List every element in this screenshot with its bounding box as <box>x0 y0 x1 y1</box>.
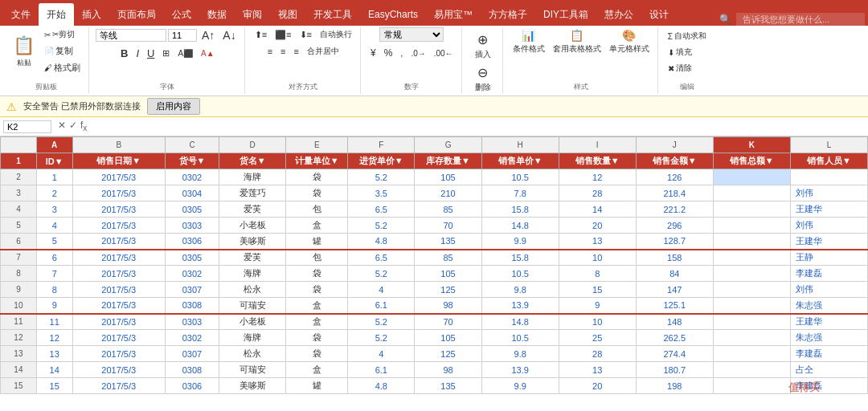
cell-r3-c3[interactable]: 爱莲巧 <box>219 185 286 201</box>
percent-button[interactable]: % <box>381 46 396 60</box>
cell-r10-c1[interactable]: 2017/5/3 <box>72 298 165 314</box>
cell-r13-c7[interactable]: 9.8 <box>481 346 559 362</box>
cell-r12-c5[interactable]: 5.2 <box>348 330 415 346</box>
cell-r9-c0[interactable]: 8 <box>36 282 72 298</box>
table-format-button[interactable]: 📋 套用表格格式 <box>550 27 604 69</box>
cell-r11-c5[interactable]: 5.2 <box>348 314 415 330</box>
cell-r8-c9[interactable]: 84 <box>636 266 713 282</box>
conditional-format-button[interactable]: 📊 条件格式 <box>510 27 548 69</box>
col-header-A[interactable]: A <box>36 137 72 153</box>
cell-r8-c6[interactable]: 105 <box>415 266 481 282</box>
tab-view[interactable]: 视图 <box>270 3 305 26</box>
tab-home[interactable]: 开始 <box>39 3 74 26</box>
cell-r12-c9[interactable]: 262.5 <box>636 330 713 346</box>
cell-r2-c0[interactable]: 1 <box>36 169 72 185</box>
cell-r11-c6[interactable]: 70 <box>415 314 481 330</box>
cell-r11-c7[interactable]: 14.8 <box>481 314 559 330</box>
cell-r14-c10[interactable] <box>713 362 790 378</box>
cell-r15-c2[interactable]: 0306 <box>165 378 219 394</box>
cell-r14-c0[interactable]: 14 <box>36 362 72 378</box>
cell-r2-c2[interactable]: 0302 <box>165 169 219 185</box>
cell-r12-c10[interactable] <box>713 330 790 346</box>
cell-r15-c5[interactable]: 4.8 <box>348 378 415 394</box>
cell-r15-c9[interactable]: 198 <box>636 378 713 394</box>
cell-r6-c1[interactable]: 2017/5/3 <box>72 234 165 250</box>
cell-r8-c8[interactable]: 8 <box>559 266 636 282</box>
cell-r3-c6[interactable]: 210 <box>415 185 481 201</box>
col-header-L[interactable]: L <box>790 137 867 153</box>
cell-r4-c1[interactable]: 2017/5/3 <box>72 201 165 218</box>
cell-r8-c3[interactable]: 海牌 <box>219 266 286 282</box>
cell-r8-c2[interactable]: 0302 <box>165 266 219 282</box>
col-header-G[interactable]: G <box>415 137 481 153</box>
delete-button[interactable]: ⊖ 删除 <box>469 63 497 95</box>
tab-file[interactable]: 文件 <box>3 3 39 26</box>
cell-r14-c5[interactable]: 6.1 <box>348 362 415 378</box>
cell-r8-c11[interactable]: 李建磊 <box>790 266 867 282</box>
cell-r13-c1[interactable]: 2017/5/3 <box>72 346 165 362</box>
cell-r10-c6[interactable]: 98 <box>415 298 481 314</box>
cell-r4-c0[interactable]: 3 <box>36 201 72 218</box>
tab-diy[interactable]: DIY工具箱 <box>535 3 596 26</box>
cell-r2-c4[interactable]: 袋 <box>286 169 348 185</box>
tab-design[interactable]: 设计 <box>641 3 677 26</box>
cell-r6-c4[interactable]: 罐 <box>286 234 348 250</box>
cell-r10-c0[interactable]: 9 <box>36 298 72 314</box>
increase-font-button[interactable]: A↑ <box>199 27 218 43</box>
cell-r5-c2[interactable]: 0303 <box>165 218 219 234</box>
format-painter-button[interactable]: 🖌 格式刷 <box>41 60 84 75</box>
cell-reference-input[interactable] <box>3 120 51 133</box>
cell-r8-c0[interactable]: 7 <box>36 266 72 282</box>
cell-r2-c1[interactable]: 2017/5/3 <box>72 169 165 185</box>
cell-r10-c9[interactable]: 125.1 <box>636 298 713 314</box>
cell-r2-c8[interactable]: 12 <box>559 169 636 185</box>
align-right-button[interactable]: ≡ <box>291 45 302 58</box>
cell-r7-c7[interactable]: 15.8 <box>481 250 559 266</box>
cell-r4-c2[interactable]: 0305 <box>165 201 219 218</box>
cell-r11-c1[interactable]: 2017/5/3 <box>72 314 165 330</box>
cell-r13-c0[interactable]: 13 <box>36 346 72 362</box>
cell-r15-c1[interactable]: 2017/5/3 <box>72 378 165 394</box>
col-header-F[interactable]: F <box>348 137 415 153</box>
cell-r12-c8[interactable]: 25 <box>559 330 636 346</box>
cell-r7-c0[interactable]: 6 <box>36 250 72 266</box>
tab-insert[interactable]: 插入 <box>74 3 109 26</box>
cell-r13-c2[interactable]: 0307 <box>165 346 219 362</box>
col-header-I[interactable]: I <box>559 137 636 153</box>
formula-input[interactable] <box>93 121 865 132</box>
cell-r7-c9[interactable]: 158 <box>636 250 713 266</box>
cell-r9-c1[interactable]: 2017/5/3 <box>72 282 165 298</box>
cell-r14-c11[interactable]: 占仝 <box>790 362 867 378</box>
cell-r3-c0[interactable]: 2 <box>36 185 72 201</box>
cell-r11-c0[interactable]: 11 <box>36 314 72 330</box>
cell-r13-c8[interactable]: 28 <box>559 346 636 362</box>
col-header-B[interactable]: B <box>72 137 165 153</box>
insert-button[interactable]: ⊕ 插入 <box>469 31 497 62</box>
auto-sum-button[interactable]: Σ 自动求和 <box>665 29 710 43</box>
col-header-K[interactable]: K <box>713 137 790 153</box>
cell-r9-c10[interactable] <box>713 282 790 298</box>
col-header-E[interactable]: E <box>286 137 348 153</box>
cell-r6-c7[interactable]: 9.9 <box>481 234 559 250</box>
tab-ffjz[interactable]: 方方格子 <box>481 3 535 26</box>
cell-r6-c2[interactable]: 0306 <box>165 234 219 250</box>
cell-r4-c10[interactable] <box>713 201 790 218</box>
cell-r13-c3[interactable]: 松永 <box>219 346 286 362</box>
cell-r15-c10[interactable] <box>713 378 790 394</box>
cell-r2-c5[interactable]: 5.2 <box>348 169 415 185</box>
cell-r5-c5[interactable]: 5.2 <box>348 218 415 234</box>
cell-r11-c11[interactable]: 王建华 <box>790 314 867 330</box>
cell-r8-c10[interactable] <box>713 266 790 282</box>
cell-styles-button[interactable]: 🎨 单元格样式 <box>606 27 653 69</box>
cell-r10-c8[interactable]: 9 <box>559 298 636 314</box>
cell-r11-c10[interactable] <box>713 314 790 330</box>
cell-r8-c5[interactable]: 5.2 <box>348 266 415 282</box>
cell-r14-c7[interactable]: 13.9 <box>481 362 559 378</box>
cell-r12-c11[interactable]: 朱志强 <box>790 330 867 346</box>
tab-review[interactable]: 审阅 <box>235 3 270 26</box>
cell-r4-c5[interactable]: 6.5 <box>348 201 415 218</box>
cell-r5-c10[interactable] <box>713 218 790 234</box>
cell-r7-c2[interactable]: 0305 <box>165 250 219 266</box>
cell-r12-c6[interactable]: 105 <box>415 330 481 346</box>
font-size-input[interactable] <box>168 29 197 42</box>
